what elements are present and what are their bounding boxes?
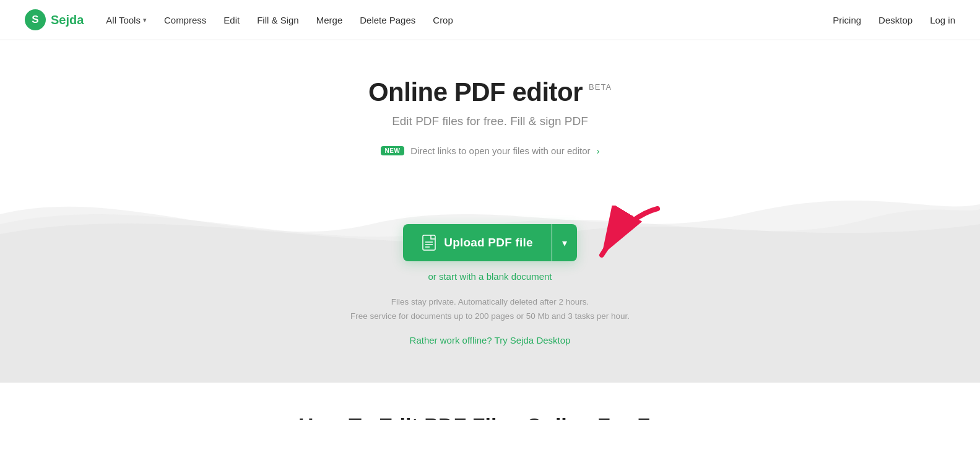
new-badge: NEW	[381, 146, 405, 155]
navbar: S Sejda All Tools ▾ Compress Edit Fill &…	[0, 0, 980, 40]
new-feature-text: Direct links to open your files with our…	[410, 145, 590, 156]
nav-all-tools[interactable]: All Tools ▾	[106, 15, 147, 25]
nav-login[interactable]: Log in	[930, 15, 955, 25]
beta-badge: BETA	[589, 82, 612, 92]
dropdown-arrow-icon: ▾	[562, 237, 567, 249]
page-title: Online PDF editor	[368, 77, 583, 107]
nav-merge[interactable]: Merge	[316, 15, 343, 25]
new-feature-bar[interactable]: NEW Direct links to open your files with…	[381, 145, 600, 156]
upload-button-group[interactable]: Upload PDF file ▾	[403, 224, 576, 261]
offline-desktop-link[interactable]: Rather work offline? Try Sejda Desktop	[410, 335, 571, 345]
nav-delete-pages[interactable]: Delete Pages	[360, 15, 415, 25]
nav-desktop[interactable]: Desktop	[878, 15, 913, 25]
nav-edit[interactable]: Edit	[223, 15, 240, 25]
chevron-right-icon: ›	[596, 145, 599, 156]
hero-title-wrap: Online PDF editor BETA	[368, 77, 612, 107]
nav-right: Pricing Desktop Log in	[833, 15, 955, 25]
upload-pdf-button[interactable]: Upload PDF file	[403, 224, 551, 261]
nav-fill-sign[interactable]: Fill & Sign	[257, 15, 299, 25]
bottom-heading: How To Edit PDF Files Online For Free	[12, 389, 968, 420]
logo-icon: S	[25, 9, 46, 30]
wave-content: Upload PDF file ▾ or start with a blank …	[0, 175, 980, 383]
upload-button-label: Upload PDF file	[444, 236, 532, 250]
bottom-section: How To Edit PDF Files Online For Free	[0, 383, 980, 420]
nav-compress[interactable]: Compress	[164, 15, 206, 25]
logo-link[interactable]: S Sejda	[25, 9, 84, 30]
nav-links: All Tools ▾ Compress Edit Fill & Sign Me…	[106, 15, 833, 25]
chevron-down-icon: ▾	[143, 16, 147, 24]
pdf-file-icon	[422, 234, 436, 251]
nav-pricing[interactable]: Pricing	[833, 15, 861, 25]
hero-subtitle: Edit PDF files for free. Fill & sign PDF	[392, 115, 588, 128]
logo-name: Sejda	[51, 13, 84, 27]
svg-rect-1	[423, 235, 435, 250]
blank-document-link[interactable]: or start with a blank document	[428, 271, 552, 282]
arrow-annotation	[571, 206, 670, 280]
privacy-note: Files stay private. Automatically delete…	[350, 295, 630, 324]
upload-dropdown-button[interactable]: ▾	[552, 224, 577, 261]
hero-section: Online PDF editor BETA Edit PDF files fo…	[0, 40, 980, 156]
nav-crop[interactable]: Crop	[433, 15, 453, 25]
wave-section: Upload PDF file ▾ or start with a blank …	[0, 175, 980, 383]
